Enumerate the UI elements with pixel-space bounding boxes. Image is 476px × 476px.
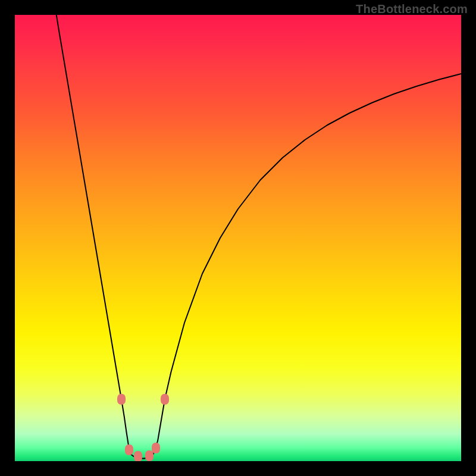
curve-marker (152, 443, 160, 453)
curve-path-group (57, 15, 461, 459)
marker-group (117, 394, 169, 461)
curve-marker (125, 444, 133, 455)
watermark-text: TheBottleneck.com (356, 2, 468, 16)
bottleneck-curve-svg (15, 15, 461, 461)
curve-marker (134, 451, 142, 461)
plot-area (15, 15, 461, 461)
curve-marker (161, 394, 169, 405)
bottleneck-curve (57, 15, 461, 459)
chart-frame: TheBottleneck.com (0, 0, 476, 476)
curve-marker (145, 450, 154, 461)
curve-marker (117, 394, 126, 405)
